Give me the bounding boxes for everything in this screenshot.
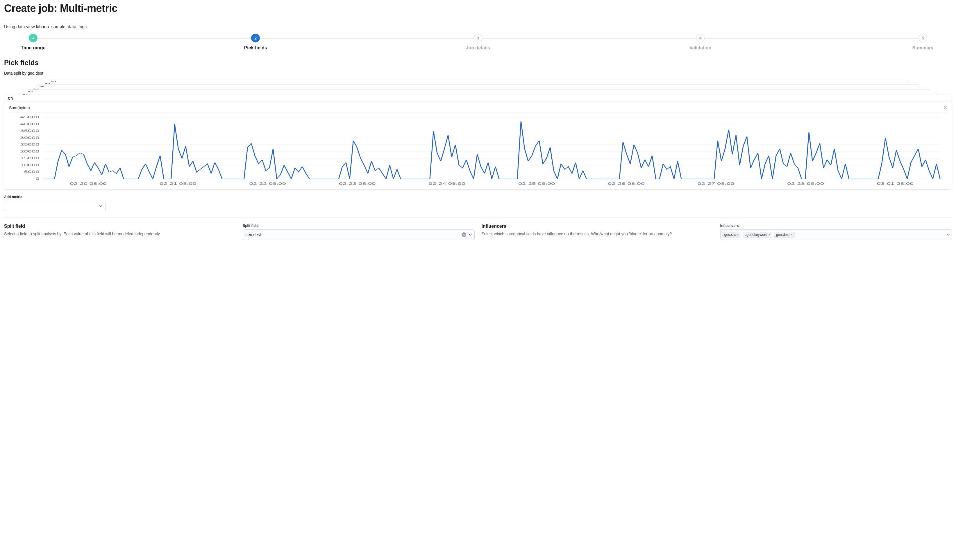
- chevron-down-icon: [947, 233, 950, 237]
- step-circle: 2: [251, 34, 260, 42]
- svg-text:40000: 40000: [20, 122, 39, 126]
- svg-text:02-27 08:00: 02-27 08:00: [698, 182, 734, 185]
- svg-text:0: 0: [35, 177, 39, 180]
- step-1[interactable]: Time range: [16, 34, 50, 50]
- svg-text:03-01 08:00: 03-01 08:00: [877, 182, 914, 185]
- add-metric-label: Add metric: [4, 195, 952, 199]
- svg-text:02-25 08:00: 02-25 08:00: [518, 182, 555, 185]
- split-cards-stack: BRPKBDNGRUMXCN: [4, 79, 952, 100]
- split-field-heading: Split field: [4, 224, 236, 229]
- svg-text:02-21 08:00: 02-21 08:00: [160, 182, 197, 185]
- influencers-heading: Influencers: [482, 224, 713, 229]
- page-title: Create job: Multi-metric: [4, 2, 952, 14]
- step-4: 4Validation: [683, 34, 718, 50]
- step-3: 3Job details: [461, 34, 495, 50]
- add-metric-select[interactable]: [4, 201, 106, 211]
- influencers-description-col: Influencers Select which categorical fie…: [482, 224, 713, 240]
- step-label: Summary: [912, 45, 934, 50]
- step-circle: 4: [696, 34, 705, 42]
- section-divider: [4, 218, 952, 218]
- step-2[interactable]: 2Pick fields: [238, 34, 273, 50]
- split-by-label: Data split by geo.dest: [4, 71, 952, 75]
- split-field-combo[interactable]: geo.dest: [243, 229, 474, 240]
- remove-metric-button[interactable]: [943, 105, 947, 110]
- split-field-description: Select a field to split analysis by. Eac…: [4, 231, 236, 237]
- split-field-input-col: Split field geo.dest: [243, 224, 474, 240]
- chart-body: 0500010000150002000025000300003500040000…: [9, 115, 947, 187]
- svg-text:02-24 08:00: 02-24 08:00: [428, 182, 465, 185]
- svg-text:02-20 08:00: 02-20 08:00: [70, 182, 107, 185]
- tag-label: geo.src: [724, 233, 736, 237]
- title-divider: [4, 20, 952, 20]
- tag-remove-icon[interactable]: ×: [791, 233, 792, 237]
- svg-text:10000: 10000: [20, 163, 39, 167]
- influencer-tag[interactable]: geo.src×: [722, 232, 741, 238]
- tag-label: agent.keyword: [745, 233, 767, 237]
- step-circle: 3: [474, 34, 483, 42]
- tag-remove-icon[interactable]: ×: [769, 233, 770, 237]
- influencers-input-col: Influencers geo.src×agent.keyword×geo.de…: [720, 224, 952, 240]
- step-circle: [29, 34, 38, 42]
- svg-text:30000: 30000: [20, 136, 39, 140]
- influencer-tag[interactable]: geo.dest×: [774, 232, 794, 238]
- step-circle: 5: [918, 34, 927, 42]
- split-field-description-col: Split field Select a field to split anal…: [4, 224, 236, 240]
- step-5: 5Summary: [906, 34, 940, 50]
- svg-text:02-23 08:00: 02-23 08:00: [339, 182, 376, 185]
- step-label: Pick fields: [244, 45, 267, 50]
- wizard-stepper: Time range2Pick fields3Job details4Valid…: [16, 34, 940, 50]
- step-label: Job details: [466, 45, 491, 50]
- svg-text:02-22 08:00: 02-22 08:00: [249, 182, 286, 185]
- influencers-label: Influencers: [720, 224, 952, 228]
- step-label: Validation: [689, 45, 712, 50]
- svg-text:35000: 35000: [20, 129, 39, 132]
- split-field-value: geo.dest: [245, 232, 261, 237]
- split-card: CN: [4, 95, 952, 102]
- chevron-down-icon: [469, 233, 472, 237]
- split-field-clear-button[interactable]: [462, 232, 466, 237]
- tag-label: geo.dest: [776, 233, 789, 237]
- chevron-down-icon: [99, 204, 102, 208]
- svg-text:02-28 08:00: 02-28 08:00: [787, 182, 824, 185]
- section-title: Pick fields: [4, 59, 952, 67]
- tag-remove-icon[interactable]: ×: [737, 233, 739, 237]
- svg-text:15000: 15000: [20, 157, 39, 160]
- svg-text:25000: 25000: [20, 143, 39, 146]
- data-view-text: Using data view kibana_sample_data_logs: [4, 24, 952, 29]
- svg-text:5000: 5000: [24, 171, 39, 174]
- svg-text:20000: 20000: [20, 150, 39, 153]
- svg-text:02-26 08:00: 02-26 08:00: [608, 182, 645, 185]
- influencer-tag[interactable]: agent.keyword×: [743, 232, 772, 238]
- split-field-label: Split field: [243, 224, 474, 228]
- influencers-description: Select which categorical fields have inf…: [482, 231, 713, 237]
- chart-title: Sum(bytes): [9, 105, 30, 110]
- svg-text:45000: 45000: [20, 116, 39, 119]
- metric-chart-card: Sum(bytes) 05000100001500020000250003000…: [4, 102, 952, 190]
- influencers-combo[interactable]: geo.src×agent.keyword×geo.dest×: [720, 229, 952, 240]
- step-label: Time range: [20, 45, 46, 50]
